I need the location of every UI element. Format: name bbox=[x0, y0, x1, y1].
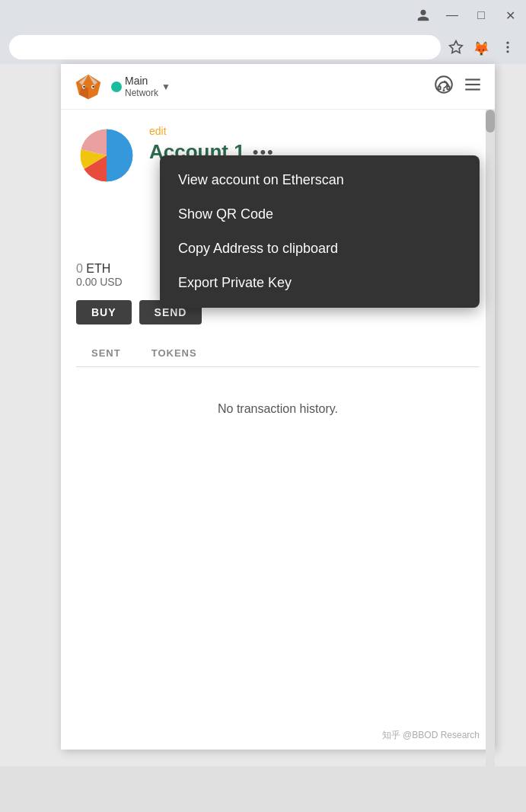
no-transaction-message: No transaction history. bbox=[76, 379, 480, 439]
mm-content: edit Account 1 ••• View account on Ether… bbox=[61, 110, 495, 439]
export-key-item[interactable]: Export Private Key bbox=[160, 266, 480, 300]
buy-button[interactable]: BUY bbox=[76, 300, 132, 324]
svg-point-19 bbox=[443, 90, 444, 91]
svg-marker-0 bbox=[450, 41, 463, 53]
svg-point-2 bbox=[506, 42, 508, 44]
metamask-logo bbox=[73, 72, 104, 102]
network-text: Main Network bbox=[125, 75, 158, 98]
metamask-extension-icon[interactable]: 🦊 bbox=[473, 38, 491, 56]
window-controls: — □ ✕ bbox=[416, 8, 517, 22]
copy-address-item[interactable]: Copy Address to clipboard bbox=[160, 232, 480, 266]
network-name-bottom: Network bbox=[125, 88, 158, 98]
tabs-row: SENT TOKENS bbox=[76, 340, 480, 367]
hamburger-menu-icon[interactable] bbox=[463, 75, 483, 99]
account-avatar bbox=[76, 125, 137, 186]
view-etherscan-item[interactable]: View account on Etherscan bbox=[160, 163, 480, 197]
svg-point-16 bbox=[83, 85, 84, 87]
svg-text:🦊: 🦊 bbox=[473, 40, 490, 56]
tab-tokens[interactable]: TOKENS bbox=[136, 340, 212, 366]
network-name-top: Main bbox=[125, 75, 158, 88]
support-icon[interactable] bbox=[434, 75, 454, 99]
header-right bbox=[434, 75, 483, 99]
account-dropdown-menu: View account on Etherscan Show QR Code C… bbox=[160, 155, 480, 308]
network-selector[interactable]: Main Network ▼ bbox=[111, 75, 171, 98]
mm-header: Main Network ▼ bbox=[61, 64, 495, 110]
bottom-chrome bbox=[0, 766, 526, 812]
address-bar[interactable] bbox=[9, 35, 441, 59]
bookmark-icon[interactable] bbox=[447, 38, 465, 56]
svg-point-17 bbox=[92, 85, 94, 87]
eth-amount: 0 bbox=[76, 262, 83, 275]
header-left: Main Network ▼ bbox=[73, 72, 171, 102]
svg-point-3 bbox=[506, 46, 508, 48]
show-qr-item[interactable]: Show QR Code bbox=[160, 197, 480, 232]
network-chevron-icon: ▼ bbox=[161, 82, 171, 92]
toolbar-icons: 🦊 bbox=[447, 38, 517, 56]
minimize-button[interactable]: — bbox=[445, 8, 459, 22]
close-button[interactable]: ✕ bbox=[503, 8, 517, 22]
eth-unit: ETH bbox=[86, 262, 110, 275]
title-bar: — □ ✕ bbox=[0, 0, 526, 30]
maximize-button[interactable]: □ bbox=[474, 8, 488, 22]
network-status-dot bbox=[109, 79, 124, 94]
svg-point-4 bbox=[506, 50, 508, 53]
chrome-menu-icon[interactable] bbox=[499, 38, 517, 56]
tab-sent[interactable]: SENT bbox=[76, 340, 136, 366]
usd-unit: USD bbox=[100, 276, 123, 288]
usd-amount: 0.00 bbox=[76, 276, 97, 288]
account-icon bbox=[416, 8, 430, 22]
edit-link[interactable]: edit bbox=[149, 125, 480, 137]
address-bar-row: 🦊 bbox=[0, 30, 526, 64]
watermark: 知乎 @BBOD Research bbox=[382, 729, 480, 742]
